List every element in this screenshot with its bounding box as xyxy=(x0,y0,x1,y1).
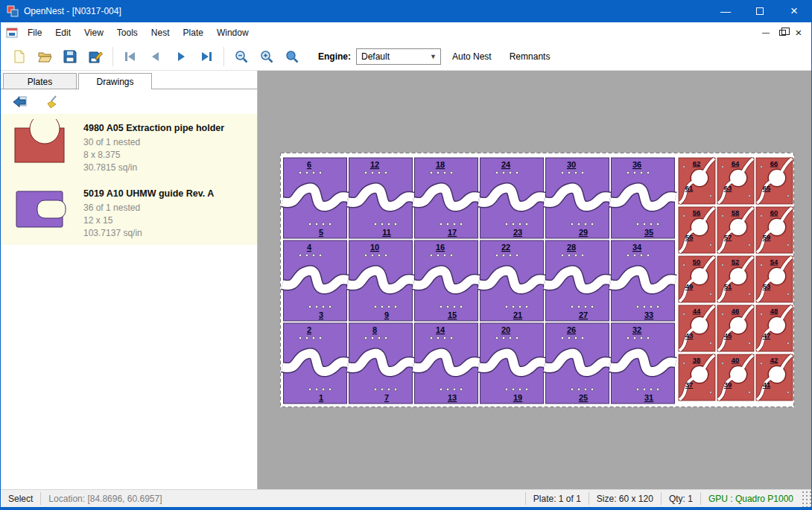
resize-grip[interactable] xyxy=(801,490,811,507)
menu-file[interactable]: File xyxy=(21,24,48,42)
menu-plate[interactable]: Plate xyxy=(177,24,210,42)
svg-text:31: 31 xyxy=(644,393,653,402)
zoom-in-icon xyxy=(259,49,274,64)
menu-nest[interactable]: Nest xyxy=(145,24,177,42)
nest-part-pair[interactable]: 1413 xyxy=(413,323,479,404)
nest-part-pair[interactable]: 6665 xyxy=(756,158,793,204)
mdi-close-button[interactable]: × xyxy=(790,25,807,40)
nest-part-pair[interactable]: 65 xyxy=(282,158,348,238)
svg-text:63: 63 xyxy=(724,184,732,192)
nest-part-pair[interactable]: 5049 xyxy=(679,256,715,302)
svg-text:54: 54 xyxy=(770,258,778,266)
svg-text:1: 1 xyxy=(319,393,323,402)
svg-text:29: 29 xyxy=(579,228,588,237)
nest-part-pair[interactable]: 6463 xyxy=(717,158,754,204)
nest-part-pair[interactable]: 2827 xyxy=(545,240,610,321)
title-bar: OpenNest - [N0317-004] — × xyxy=(1,0,811,22)
nest-part-pair[interactable]: 1615 xyxy=(413,240,479,321)
svg-text:64: 64 xyxy=(732,159,740,168)
last-plate-button[interactable] xyxy=(194,45,219,68)
nest-part-pair[interactable]: 3837 xyxy=(679,354,715,401)
nest-part-pair[interactable]: 4443 xyxy=(679,305,715,351)
zoom-in-button[interactable] xyxy=(254,45,279,68)
drawing-size: 12 x 15 xyxy=(83,214,214,227)
nest-part-pair[interactable]: 43 xyxy=(282,240,348,321)
nest-part-pair[interactable]: 4645 xyxy=(717,305,754,351)
nest-part-pair[interactable]: 3635 xyxy=(610,158,676,238)
svg-text:65: 65 xyxy=(763,184,771,192)
nest-part-pair[interactable]: 87 xyxy=(348,323,413,404)
close-button[interactable]: × xyxy=(777,0,811,22)
nest-part-pair[interactable]: 3433 xyxy=(610,240,676,321)
nest-canvas[interactable]: 6512111817242330293635431091615222128273… xyxy=(258,71,811,489)
svg-text:28: 28 xyxy=(567,243,576,252)
tab-drawings[interactable]: Drawings xyxy=(78,73,152,89)
menu-edit[interactable]: Edit xyxy=(48,24,77,42)
svg-text:30: 30 xyxy=(567,160,576,169)
list-item[interactable]: 5019 A10 UHMW guide Rev. A 36 of 1 neste… xyxy=(1,179,257,245)
nest-part-pair[interactable]: 5251 xyxy=(717,256,754,302)
menu-view[interactable]: View xyxy=(77,24,110,42)
previous-plate-button[interactable] xyxy=(143,45,168,68)
clear-button[interactable] xyxy=(42,92,63,112)
nest-part-pair[interactable]: 3231 xyxy=(610,323,676,404)
nest-part-pair[interactable]: 4039 xyxy=(717,354,754,401)
save-as-button[interactable] xyxy=(83,45,108,68)
maximize-button[interactable] xyxy=(743,0,777,22)
svg-text:10: 10 xyxy=(370,243,379,252)
nest-part-pair[interactable]: 1817 xyxy=(413,158,479,238)
first-plate-button[interactable] xyxy=(118,45,143,68)
nest-part-pair[interactable]: 6059 xyxy=(756,207,793,253)
status-size: Size: 60 x 120 xyxy=(589,494,661,504)
nest-part-pair[interactable]: 4847 xyxy=(756,305,793,351)
svg-text:19: 19 xyxy=(513,393,522,402)
nest-part-pair[interactable]: 2019 xyxy=(479,323,545,404)
mdi-minimize-button[interactable]: — xyxy=(758,25,774,40)
nest-part-pair[interactable]: 2625 xyxy=(545,323,610,404)
status-plate: Plate: 1 of 1 xyxy=(526,494,589,504)
next-plate-button[interactable] xyxy=(168,45,194,68)
nest-part-pair[interactable]: 2221 xyxy=(479,240,545,321)
nest-part-pair[interactable]: 5857 xyxy=(717,207,754,253)
new-button[interactable] xyxy=(7,45,32,68)
status-bar: Select Location: [84.8696, 60.6957] Plat… xyxy=(1,489,811,507)
svg-text:42: 42 xyxy=(770,356,778,364)
send-back-button[interactable] xyxy=(10,92,31,112)
minimize-button[interactable]: — xyxy=(708,0,743,22)
nest-part-pair[interactable]: 5655 xyxy=(679,207,715,253)
menu-window[interactable]: Window xyxy=(210,24,256,42)
nest-part-pair[interactable]: 1211 xyxy=(348,158,413,238)
engine-select[interactable]: Default ▼ xyxy=(356,48,441,65)
svg-text:27: 27 xyxy=(579,310,588,319)
nest-part-pair[interactable]: 6261 xyxy=(679,158,715,204)
save-icon xyxy=(63,49,77,64)
drawing-size: 8 x 8.375 xyxy=(83,149,224,162)
nest-part-pair[interactable]: 3029 xyxy=(545,158,610,238)
svg-text:22: 22 xyxy=(501,243,510,252)
first-icon xyxy=(123,49,138,64)
nest-part-pair[interactable]: 5453 xyxy=(756,256,793,302)
tab-plates[interactable]: Plates xyxy=(3,73,77,89)
menu-tools[interactable]: Tools xyxy=(110,24,145,42)
remnants-button[interactable]: Remnants xyxy=(503,46,557,67)
svg-text:32: 32 xyxy=(632,325,641,334)
nest-part-pair[interactable]: 2423 xyxy=(479,158,545,238)
nest-part-pair[interactable]: 4241 xyxy=(756,354,793,401)
mdi-restore-button[interactable] xyxy=(774,25,790,40)
app-icon xyxy=(7,5,19,17)
part-thumbnail-purple xyxy=(10,185,72,234)
zoom-fit-icon xyxy=(285,49,299,64)
nest-plate[interactable]: 6512111817242330293635431091615222128273… xyxy=(280,153,794,407)
save-button[interactable] xyxy=(57,45,83,68)
svg-text:57: 57 xyxy=(724,233,732,241)
nest-part-pair[interactable]: 21 xyxy=(282,323,348,404)
nest-part-pair[interactable]: 109 xyxy=(348,240,413,321)
arrow-left-icon xyxy=(12,95,28,109)
zoom-fit-button[interactable] xyxy=(279,45,305,68)
app-window: OpenNest - [N0317-004] — × File Edit Vie… xyxy=(0,0,812,510)
list-item[interactable]: 4980 A05 Extraction pipe holder 30 of 1 … xyxy=(1,114,257,179)
open-button[interactable] xyxy=(32,45,57,68)
new-document-icon xyxy=(12,49,27,64)
zoom-out-button[interactable] xyxy=(229,45,254,68)
auto-nest-button[interactable]: Auto Nest xyxy=(445,46,498,67)
